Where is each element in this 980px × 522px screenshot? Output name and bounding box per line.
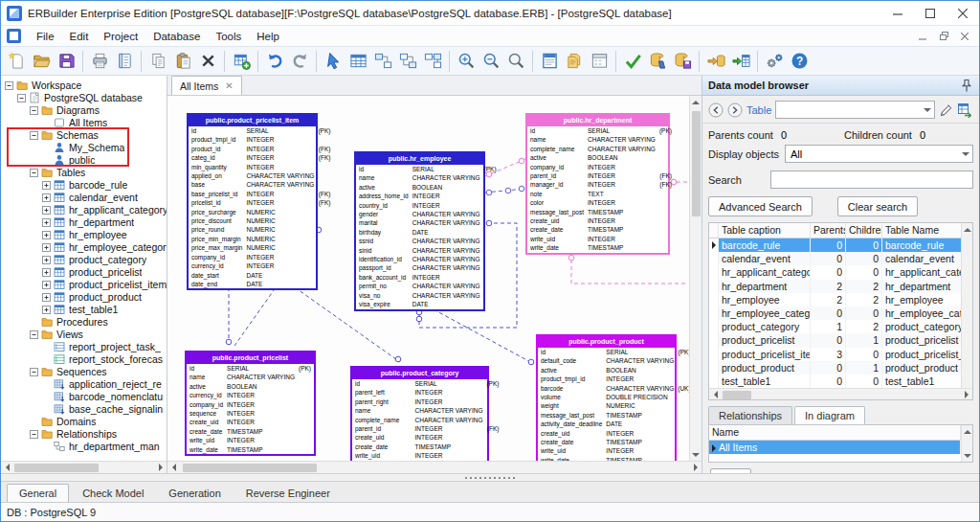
canvas-horizontal-scrollbar[interactable] [167, 461, 702, 473]
expand-icon[interactable] [42, 193, 51, 201]
tree-item-workspace[interactable]: Workspace [1, 79, 167, 91]
menu-edit[interactable]: Edit [62, 28, 97, 45]
tree-item-public[interactable]: public [1, 153, 167, 166]
tree-item-tables[interactable]: Tables [1, 166, 167, 178]
grid-header-name[interactable]: Name [709, 425, 961, 441]
expand-icon[interactable] [42, 292, 51, 301]
tree-item-domains[interactable]: Domains [1, 415, 167, 427]
pointer-icon[interactable] [322, 50, 345, 73]
tree-item-hr-applicant-category[interactable]: hr_applicant_category [1, 203, 167, 216]
collapse-icon[interactable] [30, 329, 38, 338]
save-icon[interactable] [55, 50, 78, 73]
grid-cell[interactable]: 0 [846, 265, 882, 279]
tree-item-product-pricelist[interactable]: product_pricelist [1, 265, 167, 278]
open-icon[interactable] [30, 50, 53, 73]
doc-view-icon[interactable] [538, 50, 561, 73]
grid-header-table-caption[interactable]: Table caption [719, 223, 811, 238]
grid-cell[interactable]: 3 [811, 348, 846, 361]
tab-generation[interactable]: Generation [157, 485, 232, 502]
entity-hr_department[interactable]: public.hr_departmentidSERIAL(PK)nameCHAR… [525, 113, 670, 255]
grid-cell[interactable]: 1 [846, 361, 882, 374]
relationship-line[interactable] [434, 309, 534, 364]
zoom-out-icon[interactable] [479, 50, 502, 73]
grid-cell[interactable]: product_category [882, 320, 962, 333]
print-icon[interactable] [88, 50, 111, 73]
expand-icon[interactable] [42, 267, 51, 276]
menu-help[interactable]: Help [249, 28, 287, 45]
canvas-vertical-scrollbar[interactable] [689, 96, 702, 461]
tree-item-sequences[interactable]: Sequences [1, 365, 167, 377]
zoom-icon[interactable] [504, 50, 527, 73]
tree-item-report-project-task-[interactable]: report_project_task_ [1, 340, 167, 352]
grid-cell[interactable]: product_product [719, 361, 811, 374]
delete-icon[interactable] [196, 50, 219, 73]
collapse-icon[interactable] [30, 367, 38, 375]
grid-cell[interactable]: 0 [811, 252, 846, 265]
scroll-thumb[interactable] [183, 464, 317, 472]
close-button[interactable] [947, 1, 979, 25]
maximize-button[interactable] [914, 1, 947, 25]
diagram-canvas[interactable]: public.product_pricelist_itemidSERIAL(PK… [167, 96, 689, 461]
grid-cell[interactable]: 0 [811, 374, 846, 388]
table-icon[interactable] [346, 50, 369, 73]
grid-cell[interactable]: hr_employee [719, 293, 811, 306]
grid-cell[interactable]: product_pricelist [882, 333, 962, 347]
search-input[interactable] [770, 170, 973, 189]
sidebar-horizontal-scrollbar[interactable] [1, 461, 167, 473]
grid-header-children[interactable]: Children [846, 223, 882, 238]
grid-cell[interactable]: 0 [846, 348, 882, 361]
tree-item-report-stock-forecas[interactable]: report_stock_forecas [1, 352, 167, 365]
entity-product_pricelist_item[interactable]: public.product_pricelist_itemidSERIAL(PK… [187, 113, 318, 290]
advanced-search-button[interactable]: Advanced Search [708, 196, 813, 216]
zoom-in-icon[interactable] [455, 50, 478, 73]
tree-item-calendar-event[interactable]: calendar_event [1, 191, 167, 203]
grid-cell[interactable]: 0 [811, 238, 846, 252]
expand-icon[interactable] [42, 217, 51, 226]
minimize-button[interactable] [881, 1, 914, 25]
expand-icon[interactable] [42, 230, 51, 238]
collapse-icon[interactable] [5, 80, 13, 89]
docs-view-icon[interactable] [563, 50, 586, 73]
tree-item-application-reject-re[interactable]: application_reject_re [1, 377, 167, 390]
grid-cell[interactable]: hr_employee_category [719, 306, 811, 320]
horizontal-splitter[interactable] [1, 473, 979, 481]
grid-cell[interactable]: product_pricelist_item [882, 348, 962, 361]
entity-product_category[interactable]: public.product_categoryidSERIAL(PK)paren… [350, 366, 489, 461]
collapse-icon[interactable] [17, 93, 26, 102]
forward-engineer-icon[interactable] [704, 50, 727, 73]
subtype-icon[interactable] [421, 50, 444, 73]
scroll-up-icon[interactable] [690, 96, 702, 108]
db-save-icon[interactable] [671, 50, 694, 73]
check-model-icon[interactable] [621, 50, 644, 73]
display-objects-select[interactable]: All [785, 145, 973, 163]
tree-item-base-cache-signalin[interactable]: base_cache_signalin [1, 402, 167, 415]
scroll-left-icon[interactable] [709, 389, 722, 400]
scroll-right-icon[interactable] [689, 462, 702, 473]
tree-item-hr-department[interactable]: hr_department [1, 216, 167, 228]
scroll-down-icon[interactable] [690, 448, 702, 461]
expand-icon[interactable] [42, 180, 51, 189]
menu-tools[interactable]: Tools [208, 28, 249, 45]
tab-relationships[interactable]: Relationships [708, 406, 792, 424]
expand-icon[interactable] [42, 255, 51, 263]
tab-in-diagram[interactable]: In diagram [794, 406, 865, 424]
grid-cell[interactable]: 0 [811, 361, 846, 374]
grid-vertical-scrollbar[interactable] [961, 425, 972, 462]
menu-file[interactable]: File [29, 28, 62, 45]
clear-search-button[interactable]: Clear search [837, 196, 918, 216]
grid-cell[interactable]: hr_applicant_category [882, 265, 962, 279]
back-icon[interactable] [708, 102, 724, 118]
menu-database[interactable]: Database [145, 28, 208, 45]
collapse-icon[interactable] [30, 168, 38, 176]
list-item[interactable]: All Items [709, 441, 961, 454]
grid-cell[interactable]: 0 [846, 252, 882, 265]
scroll-thumb[interactable] [723, 391, 751, 399]
tree-item-schemas[interactable]: Schemas [1, 128, 167, 141]
copy-icon[interactable] [146, 50, 169, 73]
grid-cell[interactable]: 0 [846, 374, 882, 388]
grid-cell[interactable]: 0 [811, 333, 846, 347]
scroll-right-icon[interactable] [154, 462, 167, 473]
grid-cell[interactable]: test_table1 [719, 374, 811, 388]
grid-cell[interactable]: 2 [846, 280, 882, 293]
grid-header-parents[interactable]: Parents [811, 223, 846, 238]
